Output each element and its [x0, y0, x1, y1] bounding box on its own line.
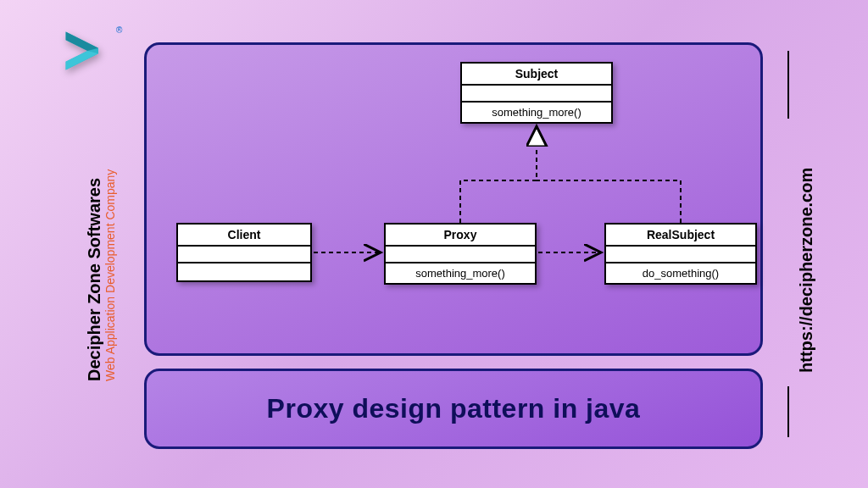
company-url: https://decipherzone.com — [797, 168, 816, 373]
play-icon — [58, 24, 112, 78]
company-name: Decipher Zone Softwares — [85, 178, 104, 381]
class-name: RealSubject — [606, 225, 755, 247]
class-attributes — [178, 247, 310, 263]
uml-arrows — [147, 45, 760, 353]
uml-class-subject: Subject something_more() — [460, 62, 613, 124]
class-name: Client — [178, 225, 310, 247]
class-method: something_more() — [386, 263, 535, 283]
uml-class-realsubject: RealSubject do_something() — [604, 223, 757, 285]
class-attributes — [606, 247, 755, 263]
decorative-line — [787, 386, 789, 437]
company-logo — [58, 24, 112, 78]
class-method: do_something() — [606, 263, 755, 283]
class-methods — [178, 263, 310, 280]
class-name: Proxy — [386, 225, 535, 247]
class-attributes — [462, 86, 611, 103]
page-title: Proxy design pattern in java — [267, 393, 641, 424]
uml-class-proxy: Proxy something_more() — [384, 223, 537, 285]
class-name: Subject — [462, 64, 611, 86]
uml-class-client: Client — [176, 223, 312, 282]
company-tagline: Web Application Development Company — [103, 169, 117, 381]
class-attributes — [386, 247, 535, 263]
trademark-symbol: ® — [116, 25, 122, 35]
class-method: something_more() — [462, 103, 611, 122]
title-panel: Proxy design pattern in java — [144, 369, 763, 449]
decorative-line — [787, 51, 789, 119]
uml-diagram-panel: Subject something_more() Client Proxy so… — [144, 42, 763, 356]
